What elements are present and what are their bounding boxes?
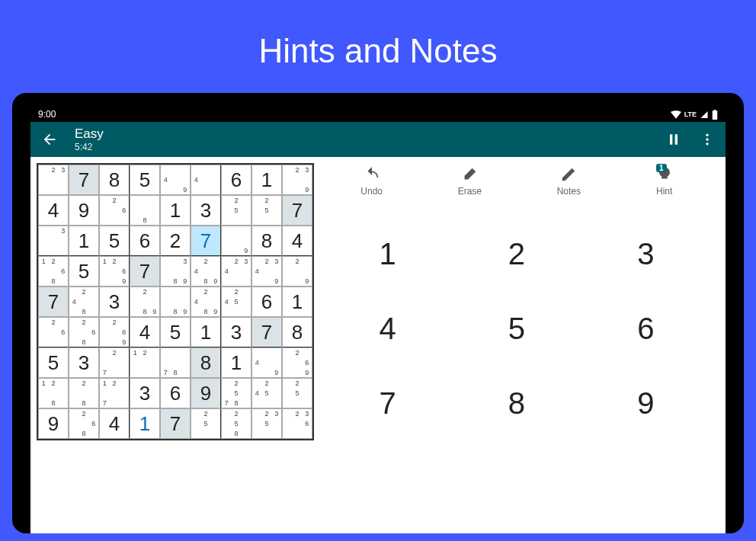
cell-7-5[interactable]: 9 xyxy=(191,378,221,408)
cell-4-5[interactable]: 2489 xyxy=(191,287,221,317)
cell-8-3[interactable]: 1 xyxy=(130,408,160,439)
cell-3-5[interactable]: 2489 xyxy=(191,256,221,287)
cell-1-3[interactable]: 8 xyxy=(130,195,160,226)
notes-button[interactable]: Notes xyxy=(557,166,581,197)
cell-8-5[interactable]: 25 xyxy=(191,408,221,439)
cell-5-5[interactable]: 1 xyxy=(191,317,221,347)
cell-0-4[interactable]: 49 xyxy=(160,165,191,195)
cell-1-6[interactable]: 25 xyxy=(221,195,251,226)
cell-0-5[interactable]: 4 xyxy=(191,165,221,195)
cell-0-1[interactable]: 7 xyxy=(69,165,99,195)
numkey-2[interactable]: 2 xyxy=(452,216,581,291)
cell-2-3[interactable]: 6 xyxy=(130,226,160,256)
numkey-9[interactable]: 9 xyxy=(581,366,710,440)
cell-0-0[interactable]: 23 xyxy=(38,165,69,195)
cell-2-2[interactable]: 5 xyxy=(99,226,130,256)
cell-8-2[interactable]: 4 xyxy=(99,408,130,439)
cell-7-8[interactable]: 25 xyxy=(282,378,312,408)
cell-2-6[interactable]: 9 xyxy=(221,226,251,256)
pause-icon[interactable] xyxy=(666,132,681,147)
erase-button[interactable]: Erase xyxy=(458,166,482,197)
numkey-7[interactable]: 7 xyxy=(323,366,452,440)
cell-5-8[interactable]: 8 xyxy=(282,317,312,347)
cell-4-7[interactable]: 6 xyxy=(251,287,282,317)
cell-6-6[interactable]: 1 xyxy=(221,347,251,378)
cell-0-7[interactable]: 1 xyxy=(251,165,282,195)
cell-6-1[interactable]: 3 xyxy=(69,347,99,378)
cell-5-6[interactable]: 3 xyxy=(221,317,251,347)
cell-4-8[interactable]: 1 xyxy=(282,287,312,317)
cell-7-0[interactable]: 128 xyxy=(38,378,69,408)
cell-5-2[interactable]: 269 xyxy=(99,317,130,347)
cell-8-6[interactable]: 258 xyxy=(221,408,251,439)
hint-button[interactable]: 1 Hint xyxy=(656,166,673,197)
cell-1-2[interactable]: 26 xyxy=(99,195,130,226)
cell-1-8[interactable]: 7 xyxy=(282,195,312,226)
cell-4-6[interactable]: 245 xyxy=(221,287,251,317)
cell-0-3[interactable]: 5 xyxy=(130,165,160,195)
cell-1-1[interactable]: 9 xyxy=(69,195,99,226)
cell-8-4[interactable]: 7 xyxy=(160,408,191,439)
cell-6-3[interactable]: 12 xyxy=(130,347,160,378)
cell-value: 1 xyxy=(200,321,211,344)
cell-6-2[interactable]: 27 xyxy=(99,347,130,378)
cell-1-5[interactable]: 3 xyxy=(191,195,221,226)
cell-3-4[interactable]: 389 xyxy=(160,256,191,287)
cell-4-4[interactable]: 89 xyxy=(160,287,191,317)
cell-6-8[interactable]: 269 xyxy=(282,347,312,378)
back-icon[interactable] xyxy=(41,131,58,148)
cell-0-2[interactable]: 8 xyxy=(99,165,130,195)
cell-6-4[interactable]: 78 xyxy=(160,347,191,378)
cell-4-1[interactable]: 248 xyxy=(69,287,99,317)
numkey-3[interactable]: 3 xyxy=(581,216,710,291)
cell-0-6[interactable]: 6 xyxy=(221,165,251,195)
cell-3-2[interactable]: 1269 xyxy=(99,256,130,287)
cell-0-8[interactable]: 239 xyxy=(282,165,312,195)
cell-7-6[interactable]: 2578 xyxy=(221,378,251,408)
cell-6-0[interactable]: 5 xyxy=(38,347,69,378)
cell-8-8[interactable]: 236 xyxy=(282,408,312,439)
cell-3-1[interactable]: 5 xyxy=(69,256,99,287)
cell-4-3[interactable]: 289 xyxy=(130,287,160,317)
cell-4-0[interactable]: 7 xyxy=(38,287,69,317)
cell-5-7[interactable]: 7 xyxy=(251,317,282,347)
more-icon[interactable] xyxy=(700,132,715,147)
cell-3-0[interactable]: 1268 xyxy=(38,256,69,287)
cell-2-5[interactable]: 7 xyxy=(191,226,221,256)
cell-7-3[interactable]: 3 xyxy=(130,378,160,408)
cell-7-7[interactable]: 245 xyxy=(251,378,282,408)
numkey-4[interactable]: 4 xyxy=(323,291,452,366)
cell-5-1[interactable]: 268 xyxy=(69,317,99,347)
cell-5-3[interactable]: 4 xyxy=(130,317,160,347)
cell-3-3[interactable]: 7 xyxy=(130,256,160,287)
numkey-1[interactable]: 1 xyxy=(323,216,452,291)
cell-8-1[interactable]: 268 xyxy=(69,408,99,439)
cell-2-7[interactable]: 8 xyxy=(251,226,282,256)
cell-2-1[interactable]: 1 xyxy=(69,226,99,256)
cell-5-0[interactable]: 26 xyxy=(38,317,69,347)
cell-1-4[interactable]: 1 xyxy=(160,195,191,226)
cell-3-8[interactable]: 29 xyxy=(282,256,312,287)
cell-value: 4 xyxy=(139,321,150,344)
cell-value: 7 xyxy=(200,229,211,253)
cell-7-1[interactable]: 28 xyxy=(69,378,99,408)
cell-6-7[interactable]: 49 xyxy=(251,347,282,378)
cell-1-0[interactable]: 4 xyxy=(38,195,69,226)
cell-2-4[interactable]: 2 xyxy=(160,226,191,256)
undo-button[interactable]: Undo xyxy=(360,166,383,197)
cell-4-2[interactable]: 3 xyxy=(99,287,130,317)
cell-3-6[interactable]: 234 xyxy=(221,256,251,287)
numkey-5[interactable]: 5 xyxy=(452,291,581,366)
cell-8-7[interactable]: 235 xyxy=(251,408,282,439)
numkey-6[interactable]: 6 xyxy=(581,291,710,366)
cell-5-4[interactable]: 5 xyxy=(160,317,191,347)
cell-7-4[interactable]: 6 xyxy=(160,378,191,408)
cell-8-0[interactable]: 9 xyxy=(38,408,69,439)
cell-7-2[interactable]: 127 xyxy=(99,378,130,408)
numkey-8[interactable]: 8 xyxy=(452,366,581,440)
cell-2-8[interactable]: 4 xyxy=(282,226,312,256)
cell-2-0[interactable]: 3 xyxy=(38,226,69,256)
cell-6-5[interactable]: 8 xyxy=(191,347,221,378)
cell-1-7[interactable]: 25 xyxy=(251,195,282,226)
cell-3-7[interactable]: 2349 xyxy=(251,256,282,287)
